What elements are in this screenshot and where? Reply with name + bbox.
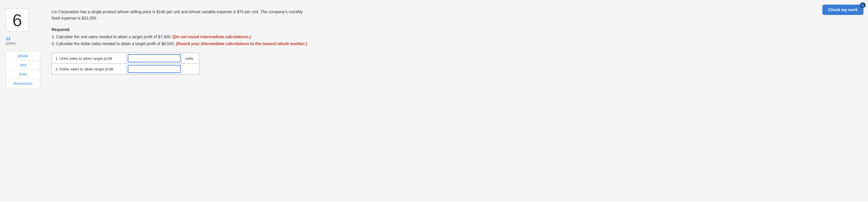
row2-input-cell[interactable] [127, 64, 182, 75]
item2-note: (Round your intermediate calculations to… [176, 41, 307, 46]
required-label: Required: [52, 27, 310, 32]
sidebar-links: eBook Hint Print References [6, 51, 40, 88]
required-section: Required: 1. Calculate the unit sales ne… [52, 27, 310, 48]
row1-input[interactable] [128, 54, 181, 62]
question-number: 6 [12, 10, 22, 30]
sidebar-item-references[interactable]: References [6, 79, 40, 88]
row2-input[interactable] [128, 65, 181, 73]
check-my-work-label: Check my work [828, 7, 858, 12]
left-sidebar: 6 11 points eBook Hint Print References [6, 9, 46, 88]
row2-label-cell: 2. Dollar sales to attain target profit [52, 64, 127, 75]
page-wrapper: Check my work 1 6 11 points eBook Hint P [0, 0, 868, 202]
item1-note: (Do not round intermediate calculations.… [173, 34, 251, 39]
top-right-actions: Check my work 1 [823, 5, 863, 15]
required-item-2: 2. Calculate the dollar sales needed to … [52, 40, 310, 48]
sidebar-item-print[interactable]: Print [6, 70, 40, 79]
problem-text: Lin Corporation has a single product who… [52, 9, 310, 22]
points-label: points [6, 41, 16, 46]
table-row-2: 2. Dollar sales to attain target profit [52, 64, 199, 75]
content-area: Lin Corporation has a single product who… [52, 9, 310, 88]
question-number-box: 6 [6, 9, 29, 32]
answer-table: 1. Units sales to attain target profit u… [52, 53, 199, 75]
main-content: 6 11 points eBook Hint Print References [6, 6, 862, 88]
points-section: 11 points [6, 36, 16, 46]
row1-label-cell: 1. Units sales to attain target profit [52, 53, 127, 64]
points-number: 11 [6, 36, 16, 41]
check-my-work-button[interactable]: Check my work 1 [823, 5, 863, 15]
row1-input-cell[interactable] [127, 53, 182, 64]
required-item-1: 1. Calculate the unit sales needed to at… [52, 34, 310, 40]
row2-unit-cell [182, 64, 199, 75]
badge-count: 1 [860, 2, 866, 8]
row1-unit-cell: units [182, 53, 199, 64]
table-row-1: 1. Units sales to attain target profit u… [52, 53, 199, 64]
sidebar-item-ebook[interactable]: eBook [6, 52, 40, 61]
sidebar-item-hint[interactable]: Hint [6, 61, 40, 70]
